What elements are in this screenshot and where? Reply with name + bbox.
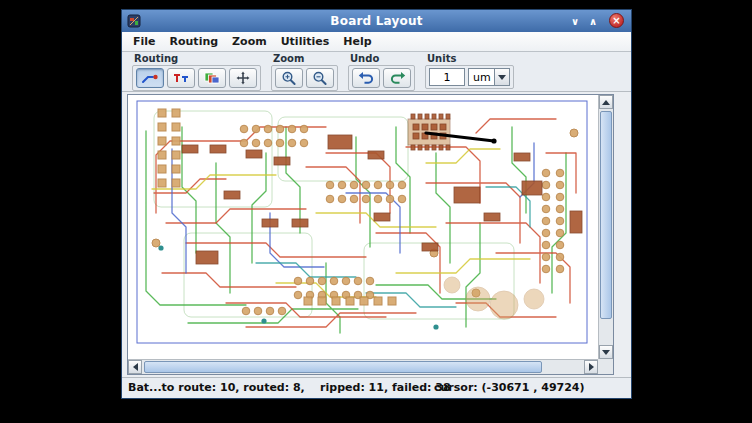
chevron-up-icon	[602, 100, 610, 105]
autoroute-button[interactable]	[167, 68, 195, 88]
menu-bar: File Routing Zoom Utilities Help	[122, 32, 631, 52]
chevron-right-icon	[589, 363, 594, 371]
undo-group-label: Undo	[350, 53, 415, 65]
horizontal-scrollbar[interactable]	[128, 359, 598, 374]
vertical-scrollbar[interactable]	[598, 95, 613, 359]
desktop-background: Board Layout ∨ ∧ × File Routing Zoom Uti…	[0, 0, 752, 423]
menu-file[interactable]: File	[126, 33, 163, 50]
units-group-label: Units	[427, 53, 514, 65]
move-drag-button[interactable]	[229, 68, 257, 88]
units-combobox-value: um	[468, 68, 494, 86]
scroll-left-button[interactable]	[128, 360, 142, 374]
zoom-group-label: Zoom	[273, 53, 338, 65]
units-group: Units um	[425, 53, 514, 89]
interactive-route-button[interactable]	[136, 68, 164, 88]
chevron-down-icon	[602, 350, 610, 355]
routing-group: Routing	[132, 53, 261, 91]
undo-icon	[358, 71, 375, 85]
chevron-left-icon	[133, 363, 138, 371]
menu-routing[interactable]: Routing	[163, 33, 226, 50]
pcb-drawing	[128, 95, 598, 359]
undo-button[interactable]	[352, 68, 380, 88]
scrollbar-corner	[598, 359, 613, 374]
redo-button[interactable]	[383, 68, 411, 88]
menu-zoom[interactable]: Zoom	[225, 33, 274, 50]
board-viewport[interactable]	[128, 95, 598, 359]
layers-icon	[203, 71, 221, 85]
close-button[interactable]: ×	[609, 13, 624, 28]
scroll-up-button[interactable]	[599, 95, 613, 109]
zoom-group: Zoom	[271, 53, 338, 91]
zoom-out-button[interactable]	[306, 68, 334, 88]
vertical-scrollbar-thumb[interactable]	[600, 111, 612, 319]
menu-help[interactable]: Help	[336, 33, 378, 50]
route-status-text: Bat...to route: 10, routed: 8, ripped: 1…	[128, 381, 451, 394]
maximize-button[interactable]: ∧	[585, 13, 601, 29]
zoom-in-button[interactable]	[275, 68, 303, 88]
titlebar[interactable]: Board Layout ∨ ∧ ×	[122, 10, 631, 32]
menu-utilities[interactable]: Utilities	[274, 33, 337, 50]
board-canvas-panel	[127, 94, 614, 375]
scroll-down-button[interactable]	[599, 345, 613, 359]
chevron-down-icon	[498, 75, 506, 80]
horizontal-scrollbar-thumb[interactable]	[144, 361, 542, 373]
undo-group: Undo	[348, 53, 415, 91]
window-title: Board Layout	[122, 14, 631, 28]
zoom-in-icon	[281, 71, 297, 86]
scroll-right-button[interactable]	[584, 360, 598, 374]
routing-group-label: Routing	[134, 53, 261, 65]
units-combobox[interactable]: um	[468, 68, 510, 86]
status-bar: Bat...to route: 10, routed: 8, ripped: 1…	[122, 377, 631, 398]
toolbar: Routing	[122, 52, 631, 92]
units-value-input[interactable]	[429, 68, 465, 86]
display-options-button[interactable]	[198, 68, 226, 88]
minimize-button[interactable]: ∨	[567, 13, 583, 29]
autoroute-icon	[172, 71, 190, 85]
route-icon	[141, 71, 159, 85]
units-combobox-arrow-button[interactable]	[494, 68, 510, 86]
board-layout-window: Board Layout ∨ ∧ × File Routing Zoom Uti…	[121, 9, 632, 399]
zoom-out-icon	[312, 71, 328, 86]
cursor-position-text: cursor: (-30671 , 49724)	[434, 381, 585, 394]
move-icon	[235, 71, 251, 85]
redo-icon	[389, 71, 406, 85]
